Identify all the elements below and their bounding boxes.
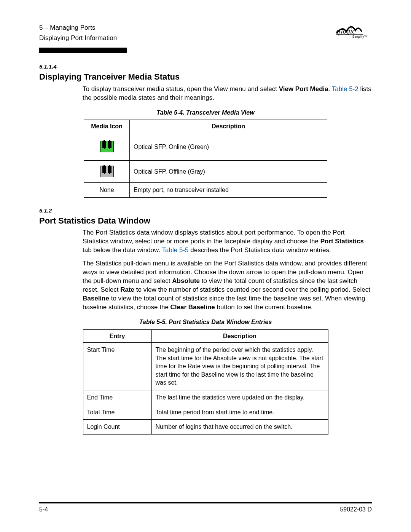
header-text: 5 – Managing Ports Displaying Port Infor… <box>39 24 117 43</box>
qlogic-brand-icon: q logic Simplify™ <box>335 24 372 41</box>
section2-paragraph-2: The Statistics pull-down menu is availab… <box>83 259 372 312</box>
header-line2: Displaying Port Information <box>39 34 117 43</box>
table2-row: End Time The last time the statistics we… <box>83 390 328 405</box>
table-link-5-2[interactable]: Table 5-2 <box>332 85 358 93</box>
section-title-1: Displaying Tranceiver Media Status <box>39 71 372 83</box>
sfp-online-green-icon <box>100 141 114 152</box>
section2-body: The Port Statistics data window displays… <box>83 228 372 312</box>
port-statistics-table: Entry Description Start Time The beginni… <box>83 329 328 435</box>
table1-row-online: Optical SFP, Online (Green) <box>84 133 327 160</box>
table1-caption: Table 5-4. Transceiver Media View <box>39 109 372 117</box>
table1-head-icon: Media Icon <box>84 120 130 133</box>
section-title-2: Port Statistics Data Window <box>39 215 372 227</box>
table2-head-entry: Entry <box>83 329 151 343</box>
transceiver-media-table: Media Icon Description Optical SFP, Onli… <box>84 120 327 197</box>
logo: q logic Simplify™ <box>335 24 372 44</box>
footer-doc-id: 59022-03 D <box>340 505 372 514</box>
section1-paragraph: To display transceiver media status, ope… <box>83 85 372 102</box>
page-footer: 5-4 59022-03 D <box>39 505 372 514</box>
section-number-2: 5.1.2 <box>39 207 372 214</box>
section2-paragraph-1: The Port Statistics data window displays… <box>83 228 372 255</box>
table2-head-desc: Description <box>151 329 328 343</box>
logo-tagline: Simplify™ <box>352 35 368 38</box>
footer-rule <box>39 502 372 503</box>
section-number-1: 5.1.1.4 <box>39 63 372 70</box>
footer-page-number: 5-4 <box>39 505 48 514</box>
table2-row: Login Count Number of logins that have o… <box>83 420 328 435</box>
header-rule-bar <box>39 48 127 53</box>
table2-row: Start Time The beginning of the period o… <box>83 343 328 390</box>
table2-caption: Table 5-5. Port Statistics Data Window E… <box>39 318 372 326</box>
header-line1: 5 – Managing Ports <box>39 24 117 32</box>
sfp-offline-gray-icon <box>100 166 114 177</box>
table1-row-offline: Optical SFP, Offline (Gray) <box>84 160 327 182</box>
svg-text:q: q <box>336 26 340 35</box>
table2-row: Total Time Total time period from start … <box>83 405 328 420</box>
page-header: 5 – Managing Ports Displaying Port Infor… <box>39 24 372 44</box>
section1-body: To display transceiver media status, ope… <box>83 85 372 102</box>
svg-text:logic: logic <box>341 27 355 35</box>
table1-head-desc: Description <box>130 120 327 133</box>
table1-row-none: None Empty port, no transceiver installe… <box>84 182 327 197</box>
table-link-5-5[interactable]: Table 5-5 <box>162 246 189 254</box>
